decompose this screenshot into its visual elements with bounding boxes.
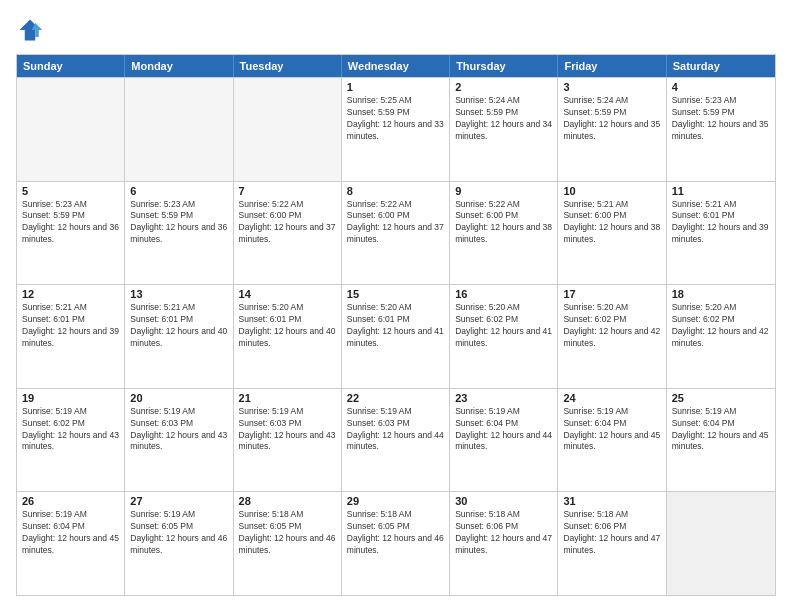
day-cell-16: 16Sunrise: 5:20 AM Sunset: 6:02 PM Dayli… xyxy=(450,285,558,388)
day-cell-8: 8Sunrise: 5:22 AM Sunset: 6:00 PM Daylig… xyxy=(342,182,450,285)
day-cell-12: 12Sunrise: 5:21 AM Sunset: 6:01 PM Dayli… xyxy=(17,285,125,388)
empty-cell xyxy=(234,78,342,181)
cell-info: Sunrise: 5:25 AM Sunset: 5:59 PM Dayligh… xyxy=(347,95,444,143)
day-cell-10: 10Sunrise: 5:21 AM Sunset: 6:00 PM Dayli… xyxy=(558,182,666,285)
cell-info: Sunrise: 5:22 AM Sunset: 6:00 PM Dayligh… xyxy=(347,199,444,247)
day-cell-30: 30Sunrise: 5:18 AM Sunset: 6:06 PM Dayli… xyxy=(450,492,558,595)
day-cell-4: 4Sunrise: 5:23 AM Sunset: 5:59 PM Daylig… xyxy=(667,78,775,181)
day-cell-1: 1Sunrise: 5:25 AM Sunset: 5:59 PM Daylig… xyxy=(342,78,450,181)
calendar-header: SundayMondayTuesdayWednesdayThursdayFrid… xyxy=(17,55,775,77)
header-day-tuesday: Tuesday xyxy=(234,55,342,77)
calendar-row-5: 26Sunrise: 5:19 AM Sunset: 6:04 PM Dayli… xyxy=(17,491,775,595)
day-number: 31 xyxy=(563,495,660,507)
day-cell-15: 15Sunrise: 5:20 AM Sunset: 6:01 PM Dayli… xyxy=(342,285,450,388)
day-number: 24 xyxy=(563,392,660,404)
calendar-row-4: 19Sunrise: 5:19 AM Sunset: 6:02 PM Dayli… xyxy=(17,388,775,492)
day-number: 4 xyxy=(672,81,770,93)
day-cell-6: 6Sunrise: 5:23 AM Sunset: 5:59 PM Daylig… xyxy=(125,182,233,285)
day-cell-9: 9Sunrise: 5:22 AM Sunset: 6:00 PM Daylig… xyxy=(450,182,558,285)
cell-info: Sunrise: 5:20 AM Sunset: 6:02 PM Dayligh… xyxy=(563,302,660,350)
logo xyxy=(16,16,48,44)
cell-info: Sunrise: 5:21 AM Sunset: 6:01 PM Dayligh… xyxy=(130,302,227,350)
cell-info: Sunrise: 5:20 AM Sunset: 6:02 PM Dayligh… xyxy=(455,302,552,350)
cell-info: Sunrise: 5:19 AM Sunset: 6:02 PM Dayligh… xyxy=(22,406,119,454)
cell-info: Sunrise: 5:18 AM Sunset: 6:05 PM Dayligh… xyxy=(347,509,444,557)
day-cell-28: 28Sunrise: 5:18 AM Sunset: 6:05 PM Dayli… xyxy=(234,492,342,595)
header-day-thursday: Thursday xyxy=(450,55,558,77)
cell-info: Sunrise: 5:19 AM Sunset: 6:03 PM Dayligh… xyxy=(347,406,444,454)
day-number: 8 xyxy=(347,185,444,197)
day-cell-25: 25Sunrise: 5:19 AM Sunset: 6:04 PM Dayli… xyxy=(667,389,775,492)
cell-info: Sunrise: 5:20 AM Sunset: 6:02 PM Dayligh… xyxy=(672,302,770,350)
cell-info: Sunrise: 5:18 AM Sunset: 6:05 PM Dayligh… xyxy=(239,509,336,557)
day-number: 27 xyxy=(130,495,227,507)
cell-info: Sunrise: 5:22 AM Sunset: 6:00 PM Dayligh… xyxy=(239,199,336,247)
day-cell-17: 17Sunrise: 5:20 AM Sunset: 6:02 PM Dayli… xyxy=(558,285,666,388)
day-number: 12 xyxy=(22,288,119,300)
day-number: 13 xyxy=(130,288,227,300)
day-cell-3: 3Sunrise: 5:24 AM Sunset: 5:59 PM Daylig… xyxy=(558,78,666,181)
day-number: 7 xyxy=(239,185,336,197)
cell-info: Sunrise: 5:23 AM Sunset: 5:59 PM Dayligh… xyxy=(130,199,227,247)
cell-info: Sunrise: 5:19 AM Sunset: 6:04 PM Dayligh… xyxy=(672,406,770,454)
header-day-friday: Friday xyxy=(558,55,666,77)
calendar-body: 1Sunrise: 5:25 AM Sunset: 5:59 PM Daylig… xyxy=(17,77,775,595)
cell-info: Sunrise: 5:24 AM Sunset: 5:59 PM Dayligh… xyxy=(563,95,660,143)
day-cell-29: 29Sunrise: 5:18 AM Sunset: 6:05 PM Dayli… xyxy=(342,492,450,595)
day-number: 5 xyxy=(22,185,119,197)
cell-info: Sunrise: 5:21 AM Sunset: 6:01 PM Dayligh… xyxy=(22,302,119,350)
day-number: 26 xyxy=(22,495,119,507)
header-day-saturday: Saturday xyxy=(667,55,775,77)
day-cell-14: 14Sunrise: 5:20 AM Sunset: 6:01 PM Dayli… xyxy=(234,285,342,388)
day-cell-7: 7Sunrise: 5:22 AM Sunset: 6:00 PM Daylig… xyxy=(234,182,342,285)
cell-info: Sunrise: 5:23 AM Sunset: 5:59 PM Dayligh… xyxy=(672,95,770,143)
day-number: 14 xyxy=(239,288,336,300)
day-cell-27: 27Sunrise: 5:19 AM Sunset: 6:05 PM Dayli… xyxy=(125,492,233,595)
day-number: 1 xyxy=(347,81,444,93)
header-day-monday: Monday xyxy=(125,55,233,77)
cell-info: Sunrise: 5:22 AM Sunset: 6:00 PM Dayligh… xyxy=(455,199,552,247)
day-number: 28 xyxy=(239,495,336,507)
header xyxy=(16,16,776,44)
cell-info: Sunrise: 5:20 AM Sunset: 6:01 PM Dayligh… xyxy=(347,302,444,350)
day-cell-24: 24Sunrise: 5:19 AM Sunset: 6:04 PM Dayli… xyxy=(558,389,666,492)
logo-icon xyxy=(16,16,44,44)
cell-info: Sunrise: 5:20 AM Sunset: 6:01 PM Dayligh… xyxy=(239,302,336,350)
day-number: 2 xyxy=(455,81,552,93)
day-number: 25 xyxy=(672,392,770,404)
day-number: 29 xyxy=(347,495,444,507)
day-number: 11 xyxy=(672,185,770,197)
day-cell-5: 5Sunrise: 5:23 AM Sunset: 5:59 PM Daylig… xyxy=(17,182,125,285)
day-number: 21 xyxy=(239,392,336,404)
cell-info: Sunrise: 5:21 AM Sunset: 6:01 PM Dayligh… xyxy=(672,199,770,247)
day-number: 30 xyxy=(455,495,552,507)
cell-info: Sunrise: 5:21 AM Sunset: 6:00 PM Dayligh… xyxy=(563,199,660,247)
day-number: 19 xyxy=(22,392,119,404)
day-cell-23: 23Sunrise: 5:19 AM Sunset: 6:04 PM Dayli… xyxy=(450,389,558,492)
day-cell-26: 26Sunrise: 5:19 AM Sunset: 6:04 PM Dayli… xyxy=(17,492,125,595)
day-number: 10 xyxy=(563,185,660,197)
day-cell-2: 2Sunrise: 5:24 AM Sunset: 5:59 PM Daylig… xyxy=(450,78,558,181)
cell-info: Sunrise: 5:24 AM Sunset: 5:59 PM Dayligh… xyxy=(455,95,552,143)
empty-cell xyxy=(667,492,775,595)
day-number: 15 xyxy=(347,288,444,300)
day-cell-11: 11Sunrise: 5:21 AM Sunset: 6:01 PM Dayli… xyxy=(667,182,775,285)
day-cell-20: 20Sunrise: 5:19 AM Sunset: 6:03 PM Dayli… xyxy=(125,389,233,492)
header-day-wednesday: Wednesday xyxy=(342,55,450,77)
cell-info: Sunrise: 5:19 AM Sunset: 6:04 PM Dayligh… xyxy=(563,406,660,454)
empty-cell xyxy=(125,78,233,181)
cell-info: Sunrise: 5:19 AM Sunset: 6:03 PM Dayligh… xyxy=(130,406,227,454)
calendar-row-1: 1Sunrise: 5:25 AM Sunset: 5:59 PM Daylig… xyxy=(17,77,775,181)
day-cell-19: 19Sunrise: 5:19 AM Sunset: 6:02 PM Dayli… xyxy=(17,389,125,492)
day-number: 3 xyxy=(563,81,660,93)
day-cell-22: 22Sunrise: 5:19 AM Sunset: 6:03 PM Dayli… xyxy=(342,389,450,492)
header-day-sunday: Sunday xyxy=(17,55,125,77)
day-number: 9 xyxy=(455,185,552,197)
day-cell-31: 31Sunrise: 5:18 AM Sunset: 6:06 PM Dayli… xyxy=(558,492,666,595)
cell-info: Sunrise: 5:23 AM Sunset: 5:59 PM Dayligh… xyxy=(22,199,119,247)
day-number: 23 xyxy=(455,392,552,404)
empty-cell xyxy=(17,78,125,181)
day-number: 18 xyxy=(672,288,770,300)
day-number: 20 xyxy=(130,392,227,404)
cell-info: Sunrise: 5:19 AM Sunset: 6:03 PM Dayligh… xyxy=(239,406,336,454)
